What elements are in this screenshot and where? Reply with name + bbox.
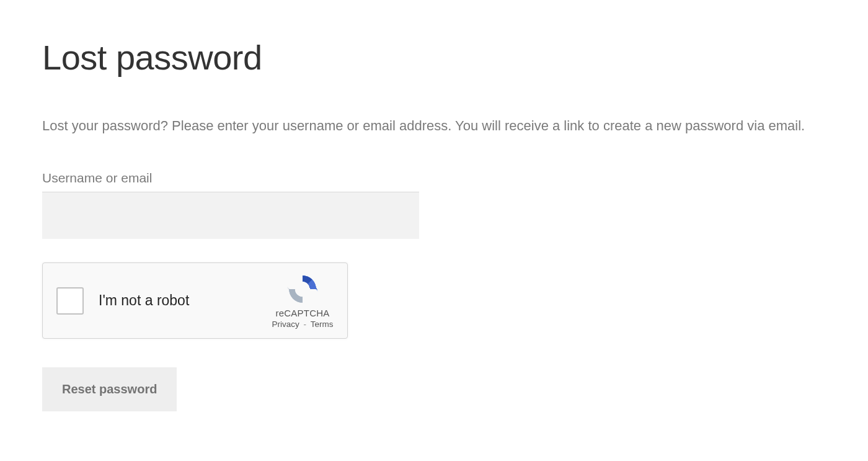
username-label: Username or email — [42, 171, 826, 186]
recaptcha-icon — [286, 273, 319, 305]
page-title: Lost password — [42, 37, 826, 78]
recaptcha-privacy-link[interactable]: Privacy — [272, 320, 299, 329]
username-input[interactable] — [42, 192, 419, 239]
instruction-text: Lost your password? Please enter your us… — [42, 115, 826, 137]
recaptcha-terms-link[interactable]: Terms — [311, 320, 334, 329]
reset-password-button[interactable]: Reset password — [42, 367, 177, 411]
recaptcha-branding: reCAPTCHA Privacy - Terms — [269, 273, 336, 329]
recaptcha-checkbox[interactable] — [56, 287, 84, 315]
recaptcha-links: Privacy - Terms — [272, 320, 333, 329]
recaptcha-label: I'm not a robot — [99, 292, 269, 309]
separator: - — [301, 320, 309, 329]
recaptcha-widget: I'm not a robot — [42, 262, 348, 339]
lost-password-form: Username or email I'm not a robot — [42, 171, 826, 411]
recaptcha-brand-text: reCAPTCHA — [276, 308, 330, 318]
